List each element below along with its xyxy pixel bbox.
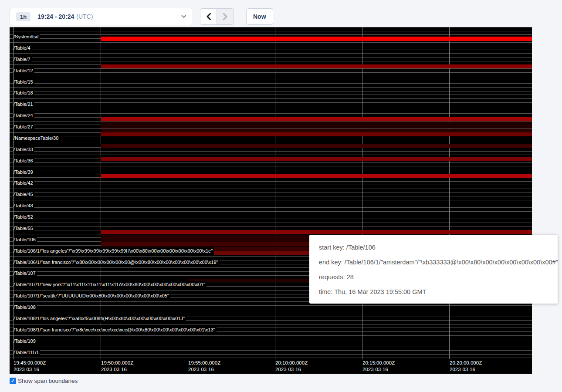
hot-span-band[interactable] (101, 37, 532, 41)
row-label: /Table/108/1/"san francisco"/"\x8c\xcc\x… (14, 326, 217, 334)
row-label: /Table/111/1 (14, 349, 40, 356)
tick-time: 20:10:00.000Z (275, 360, 308, 366)
row-label: /Table/109 (14, 338, 37, 345)
row-label: /Table/52 (14, 213, 34, 221)
time-axis-tick: 19:45:00.000Z2023-03-16 (14, 360, 46, 373)
row-label: /Table/15 (14, 78, 34, 86)
chevron-right-icon (223, 13, 228, 20)
hot-span-band[interactable] (101, 122, 532, 128)
tick-date: 2023-03-16 (101, 366, 133, 373)
time-axis-tick: 20:10:00.000Z2023-03-16 (275, 360, 308, 373)
tick-time: 20:15:00.000Z (362, 360, 395, 366)
time-axis-tick: 20:15:00.000Z2023-03-16 (362, 360, 395, 373)
tooltip-line: start key: /Table/106 (319, 240, 548, 255)
hot-span-band[interactable] (101, 230, 532, 234)
tick-date: 2023-03-16 (14, 366, 46, 373)
row-label: /Table/36 (14, 157, 34, 165)
row-label: /NamespaceTable/30 (14, 135, 60, 142)
row-label: /Table/106/1/"san francisco"/"\x80\x00\x… (14, 259, 220, 266)
tick-time: 20:20:00.000Z (450, 360, 482, 366)
row-label: /Table/108 (14, 304, 37, 311)
vertical-gridline (362, 27, 362, 359)
heatmap-horizontal-gridlines (10, 27, 532, 359)
tick-date: 2023-03-16 (362, 366, 395, 373)
hot-span-band[interactable] (101, 117, 532, 121)
hot-span-band[interactable] (101, 144, 532, 148)
row-label: /Table/106/1/"los angeles"/"\x99\x99\x99… (14, 247, 214, 255)
key-visualizer-canvas[interactable]: /System/tsd/Table/4/Table/7/Table/12/Tab… (10, 27, 532, 374)
row-label: /Table/108/1/"los angeles"/"\xa8\xf5\u00… (14, 315, 186, 322)
row-label: /Table/107/1/"seattle"/"UUUUUUD\x00\x80\… (14, 292, 170, 300)
time-range-text: 19:24 - 20:24 (37, 13, 74, 20)
now-button[interactable]: Now (246, 8, 273, 25)
vertical-gridline (449, 27, 450, 359)
show-span-boundaries-label: Show span boundaries (18, 378, 78, 384)
vertical-gridline (275, 27, 275, 359)
hot-span-band[interactable] (101, 129, 532, 132)
row-label: /Table/48 (14, 202, 34, 210)
row-label: /Table/55 (14, 225, 34, 232)
vertical-gridline (101, 27, 101, 359)
row-label: /Table/18 (14, 89, 34, 97)
prev-time-button[interactable] (200, 9, 217, 24)
tick-date: 2023-03-16 (275, 366, 308, 373)
vertical-gridline (188, 27, 188, 359)
time-nav-group (200, 8, 234, 25)
tick-date: 2023-03-16 (450, 366, 482, 373)
tooltip-line: end key: /Table/106/1/"amsterdam"/"\xb33… (319, 255, 548, 270)
tick-time: 19:55:00.000Z (188, 360, 220, 366)
tooltip-line: time: Thu, 16 Mar 2023 19:55:00 GMT (319, 284, 548, 299)
tick-time: 19:45:00.000Z (14, 360, 46, 366)
duration-badge: 1h (16, 12, 30, 21)
toolbar: 1h 19:24 - 20:24 (UTC) Now (10, 8, 273, 25)
footer: ✓ Show span boundaries (10, 378, 78, 384)
time-range-select[interactable]: 1h 19:24 - 20:24 (UTC) (10, 8, 193, 25)
hot-span-band[interactable] (101, 132, 532, 136)
row-label: /Table/21 (14, 101, 34, 108)
row-label: /Table/107 (14, 270, 37, 277)
row-label: /System/tsd (14, 33, 40, 41)
row-label: /Table/107/1/"new york"/"\x11\x11\x11\x1… (14, 281, 207, 288)
row-label: /Table/27 (14, 123, 34, 131)
tick-time: 19:50:00.000Z (101, 360, 133, 366)
row-label: /Table/24 (14, 112, 34, 119)
chevron-left-icon (206, 13, 211, 20)
time-axis-tick: 19:55:00.000Z2023-03-16 (188, 360, 220, 373)
row-label: /Table/42 (14, 179, 34, 187)
row-label: /Table/7 (14, 56, 32, 63)
time-axis-tick: 19:50:00.000Z2023-03-16 (101, 360, 133, 373)
timezone-text: (UTC) (76, 13, 93, 20)
row-label: /Table/39 (14, 169, 34, 176)
show-span-boundaries-checkbox[interactable]: ✓ (10, 378, 16, 384)
hot-span-band[interactable] (101, 64, 532, 68)
chevron-down-icon (181, 15, 186, 18)
row-label: /Table/4 (14, 44, 32, 52)
row-label: /Table/12 (14, 67, 34, 74)
next-time-button[interactable] (217, 9, 234, 24)
hot-span-band[interactable] (101, 157, 532, 161)
row-label: /Table/106 (14, 236, 37, 243)
row-label: /Table/33 (14, 146, 34, 153)
tick-date: 2023-03-16 (188, 366, 220, 373)
time-axis-tick: 20:20:00.000Z2023-03-16 (450, 360, 482, 373)
tooltip-line: requests: 28 (319, 270, 548, 284)
hot-span-band[interactable] (101, 174, 532, 178)
span-tooltip: start key: /Table/106end key: /Table/106… (309, 235, 558, 304)
row-label: /Table/45 (14, 191, 34, 198)
